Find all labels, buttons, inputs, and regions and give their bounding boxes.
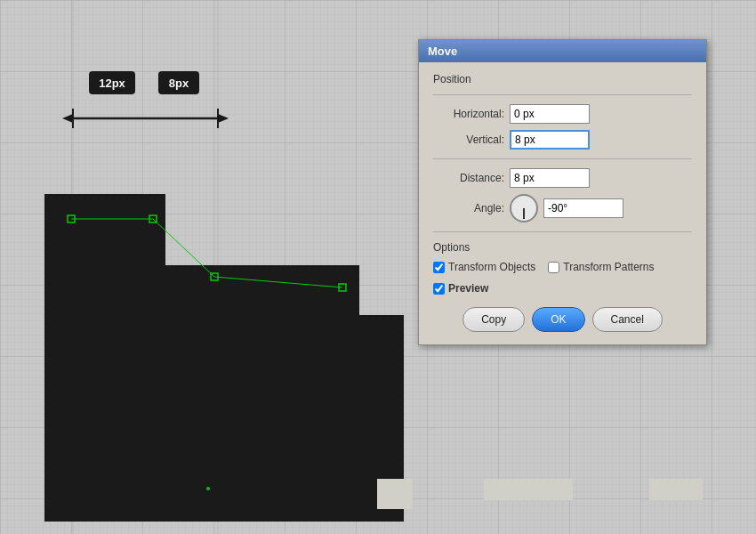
preview-label: Preview bbox=[448, 282, 488, 295]
preview-checkbox[interactable] bbox=[433, 283, 445, 295]
move-dialog: Move Position Horizontal: Vertical: Dist… bbox=[418, 39, 707, 345]
copy-button[interactable]: Copy bbox=[462, 307, 525, 332]
distance-label: Distance: bbox=[433, 172, 504, 184]
options-section: Options Transform Objects Transform Patt… bbox=[433, 241, 692, 273]
options-divider bbox=[433, 231, 692, 232]
angle-input[interactable] bbox=[543, 198, 623, 218]
svg-rect-9 bbox=[484, 479, 573, 500]
svg-rect-8 bbox=[377, 479, 413, 500]
horizontal-input[interactable] bbox=[510, 104, 590, 124]
cancel-button[interactable]: Cancel bbox=[592, 307, 663, 332]
vertical-row: Vertical: bbox=[433, 130, 692, 150]
distance-row: Distance: bbox=[433, 168, 692, 188]
position-divider bbox=[433, 94, 692, 95]
horizontal-row: Horizontal: bbox=[433, 104, 692, 124]
ok-button[interactable]: OK bbox=[532, 307, 584, 332]
svg-rect-10 bbox=[649, 479, 703, 500]
transform-objects-label: Transform Objects bbox=[448, 261, 535, 273]
vertical-input[interactable] bbox=[510, 130, 590, 150]
checkbox-row: Transform Objects Transform Patterns bbox=[433, 261, 692, 273]
dialog-title: Move bbox=[428, 44, 457, 58]
dialog-titlebar: Move bbox=[419, 40, 706, 62]
transform-patterns-item[interactable]: Transform Patterns bbox=[548, 261, 654, 273]
svg-point-19 bbox=[206, 487, 210, 490]
angle-row: Angle: bbox=[433, 194, 692, 222]
preview-row: Preview bbox=[433, 282, 692, 295]
svg-rect-6 bbox=[165, 265, 359, 522]
vertical-label: Vertical: bbox=[433, 134, 504, 146]
options-label: Options bbox=[433, 241, 692, 254]
button-row: Copy OK Cancel bbox=[433, 307, 692, 332]
svg-text:8px: 8px bbox=[169, 77, 189, 90]
position-section-label: Position bbox=[433, 73, 692, 85]
transform-objects-item[interactable]: Transform Objects bbox=[433, 261, 535, 273]
distance-input[interactable] bbox=[510, 168, 590, 188]
angle-label: Angle: bbox=[433, 202, 504, 214]
transform-objects-checkbox[interactable] bbox=[433, 262, 445, 273]
svg-rect-11 bbox=[377, 500, 413, 509]
svg-rect-5 bbox=[44, 194, 165, 522]
transform-patterns-label: Transform Patterns bbox=[563, 261, 654, 273]
svg-text:12px: 12px bbox=[99, 77, 125, 90]
horizontal-label: Horizontal: bbox=[433, 108, 504, 120]
angle-dial[interactable] bbox=[510, 194, 538, 222]
distance-divider bbox=[433, 158, 692, 159]
transform-patterns-checkbox[interactable] bbox=[548, 262, 559, 273]
